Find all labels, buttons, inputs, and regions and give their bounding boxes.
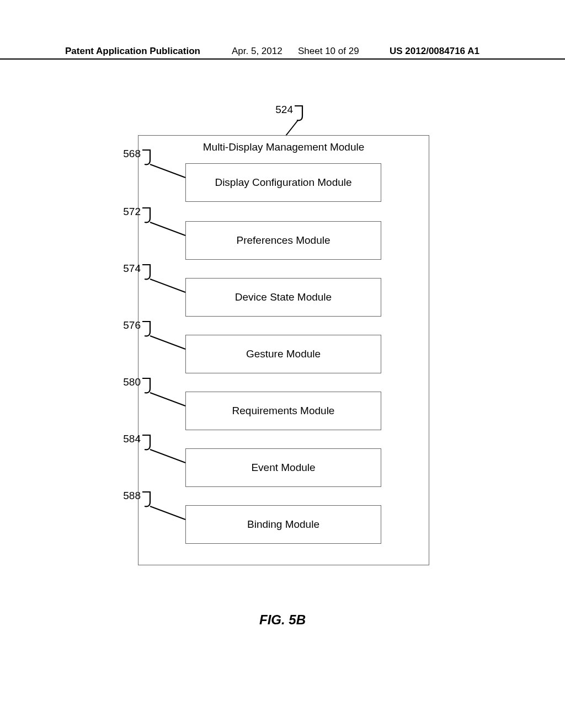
patent-header: Patent Application Publication Apr. 5, 2…	[0, 46, 565, 60]
module-event: Event Module	[185, 448, 381, 487]
module-label: Gesture Module	[246, 348, 321, 360]
module-preferences: Preferences Module	[185, 221, 381, 260]
ref-580: 580	[116, 376, 141, 388]
ref-588: 588	[116, 490, 141, 502]
document-number: US 2012/0084716 A1	[390, 46, 479, 57]
module-binding: Binding Module	[185, 505, 381, 544]
ref-576: 576	[116, 319, 141, 331]
publication-label: Patent Application Publication	[65, 46, 200, 57]
module-label: Event Module	[251, 462, 315, 474]
module-label: Device State Module	[235, 291, 332, 303]
outer-module-title: Multi-Display Management Module	[138, 141, 429, 153]
module-gesture: Gesture Module	[185, 335, 381, 373]
svg-line-0	[286, 120, 298, 136]
module-label: Binding Module	[247, 518, 319, 531]
figure-caption: FIG. 5B	[0, 612, 565, 628]
sheet-number: Sheet 10 of 29	[298, 46, 359, 57]
ref-524: 524	[268, 104, 293, 116]
module-requirements: Requirements Module	[185, 392, 381, 430]
publication-date: Apr. 5, 2012	[232, 46, 282, 57]
ref-584: 584	[116, 433, 141, 445]
ref-574: 574	[116, 263, 141, 275]
ref-572: 572	[116, 206, 141, 218]
module-label: Preferences Module	[236, 234, 330, 247]
ref-568: 568	[116, 148, 141, 160]
outer-module-box: Multi-Display Management Module Display …	[138, 135, 429, 565]
module-display-configuration: Display Configuration Module	[185, 163, 381, 202]
figure-area: 524 Multi-Display Management Module Disp…	[0, 105, 565, 629]
module-label: Requirements Module	[232, 405, 335, 417]
module-label: Display Configuration Module	[215, 176, 351, 189]
module-device-state: Device State Module	[185, 278, 381, 317]
